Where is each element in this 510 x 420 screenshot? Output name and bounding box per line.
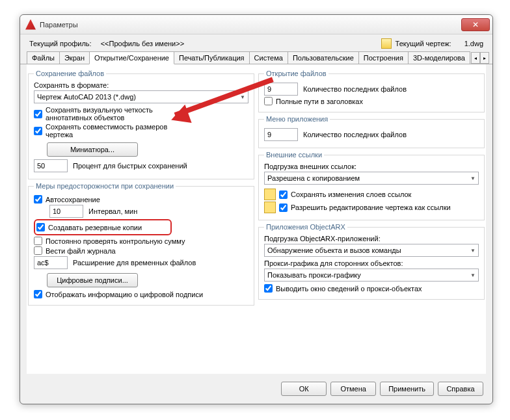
- ext-input[interactable]: [34, 256, 68, 269]
- highlighted-option: Создавать резервные копии: [34, 219, 172, 235]
- edit-icon: [264, 202, 276, 213]
- cancel-button[interactable]: Отмена: [330, 382, 376, 396]
- cb-log[interactable]: [34, 246, 42, 255]
- percent-label: Процент для быстрых сохранений: [73, 162, 187, 170]
- menu-recent-input[interactable]: [264, 128, 298, 141]
- group-app-menu: Меню приложения Количество последних фай…: [258, 115, 485, 148]
- percent-input[interactable]: [34, 159, 68, 172]
- tab-scroll-right[interactable]: ▸: [480, 52, 489, 64]
- titlebar: Параметры ✕: [20, 15, 492, 34]
- tab-open-save[interactable]: Открытие/Сохранение: [89, 51, 174, 64]
- tab-scroll-left[interactable]: ◂: [471, 52, 480, 64]
- cb-xref-edit[interactable]: [279, 203, 288, 212]
- group-safety: Меры предосторожности при сохранении Авт…: [28, 182, 254, 306]
- profile-label: Текущий профиль:: [29, 40, 92, 47]
- layer-icon: [264, 189, 276, 200]
- tab-files[interactable]: Файлы: [27, 51, 60, 64]
- group-save-files: Сохранение файлов Сохранять в формате: Ч…: [28, 70, 254, 179]
- menu-recent-label: Количество последних файлов: [303, 131, 407, 138]
- cb-proxy-info[interactable]: [264, 284, 273, 293]
- ext-label: Расширение для временных файлов: [73, 259, 196, 267]
- cb-fullpath[interactable]: [264, 97, 273, 105]
- arx-load-select[interactable]: Обнаружение объекта и вызов команды▼: [264, 244, 479, 257]
- arx-load-label: Подгрузка ObjectARX-приложений:: [264, 235, 479, 243]
- cb-signature-info[interactable]: [34, 290, 42, 298]
- tab-system[interactable]: Система: [249, 51, 288, 64]
- help-button[interactable]: Справка: [438, 382, 483, 396]
- app-icon: [25, 20, 36, 30]
- open-recent-input[interactable]: [264, 83, 298, 96]
- xref-load-select[interactable]: Разрешена с копированием▼: [264, 172, 479, 185]
- signatures-button[interactable]: Цифровые подписи...: [47, 273, 138, 287]
- proxy-label: Прокси-графика для сторонних объектов:: [264, 259, 479, 267]
- profile-value: <<Профиль без имени>>: [101, 40, 184, 47]
- cb-backup[interactable]: [36, 223, 45, 231]
- xref-load-label: Подгрузка внешних ссылок:: [264, 163, 479, 170]
- cb-autosave[interactable]: [34, 195, 42, 203]
- window-title: Параметры: [40, 21, 461, 29]
- thumbnail-button[interactable]: Миниатюра...: [47, 142, 138, 157]
- tab-user[interactable]: Пользовательские: [288, 51, 359, 64]
- tab-draft[interactable]: Построения: [358, 51, 409, 64]
- apply-button[interactable]: Применить: [380, 382, 434, 396]
- drawing-value: 1.dwg: [464, 40, 483, 47]
- proxy-select[interactable]: Показывать прокси-графику▼: [264, 269, 479, 282]
- group-objectarx: Приложения ObjectARX Подгрузка ObjectARX…: [258, 223, 485, 300]
- drawing-label: Текущий чертеж:: [396, 40, 451, 47]
- tab-3d[interactable]: 3D-моделирова: [408, 51, 470, 64]
- group-xref: Внешние ссылки Подгрузка внешних ссылок:…: [258, 151, 485, 220]
- cb-crc[interactable]: [34, 237, 42, 245]
- ok-button[interactable]: ОК: [281, 382, 327, 396]
- tab-screen[interactable]: Экран: [59, 51, 90, 64]
- open-recent-label: Количество последних файлов: [303, 85, 407, 93]
- format-label: Сохранять в формате:: [34, 81, 248, 89]
- drawing-icon: [381, 38, 392, 49]
- format-select[interactable]: Чертеж AutoCAD 2013 (*.dwg)▼: [34, 90, 248, 103]
- cb-xref-layers[interactable]: [279, 190, 288, 199]
- interval-input[interactable]: [49, 205, 83, 218]
- tab-print[interactable]: Печать/Публикация: [174, 51, 250, 64]
- close-button[interactable]: ✕: [461, 18, 490, 31]
- cb-visual-fidelity[interactable]: [34, 110, 42, 118]
- group-open-files: Открытие файлов Количество последних фай…: [258, 70, 485, 112]
- cb-size-compat[interactable]: [34, 127, 42, 135]
- interval-label: Интервал, мин: [88, 207, 137, 215]
